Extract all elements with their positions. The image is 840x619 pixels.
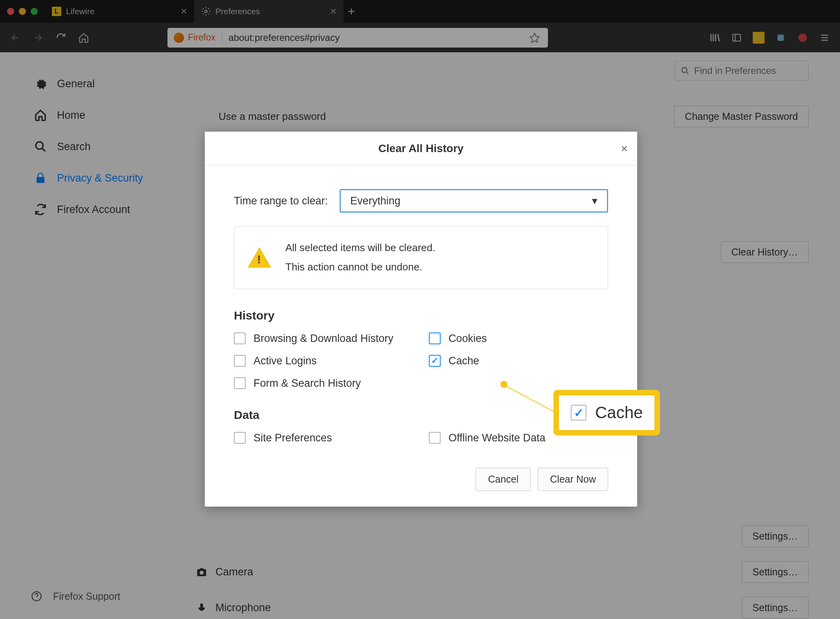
svg-point-0 <box>205 10 207 13</box>
sidebar-item-account[interactable]: Firefox Account <box>29 194 189 225</box>
checkbox[interactable] <box>234 377 246 389</box>
microphone-icon <box>195 601 208 615</box>
search-icon <box>33 140 48 154</box>
check-cookies[interactable]: Cookies <box>429 332 608 345</box>
checkbox[interactable] <box>234 355 246 367</box>
tab-title: Lifewire <box>66 7 94 16</box>
find-in-preferences[interactable]: Find in Preferences <box>675 61 809 81</box>
time-range-label: Time range to clear: <box>234 195 328 207</box>
checkbox-label: Site Preferences <box>254 432 332 444</box>
master-password-label: Use a master password <box>219 110 326 123</box>
lock-icon <box>33 171 48 185</box>
checkbox-label: Offline Website Data <box>448 432 546 444</box>
dialog-title: Clear All History <box>379 142 464 155</box>
sidebar-item-home[interactable]: Home <box>29 99 189 131</box>
firefox-logo-icon <box>174 33 184 43</box>
sidebar-item-privacy[interactable]: Privacy & Security <box>29 162 189 194</box>
sidebar-item-label: Search <box>57 141 91 153</box>
bookmark-star-icon[interactable] <box>521 32 548 43</box>
change-master-password-button[interactable]: Change Master Password <box>674 106 809 127</box>
svg-rect-2 <box>778 35 784 41</box>
forward-button[interactable] <box>28 28 48 48</box>
camera-icon <box>195 566 208 579</box>
firefox-support-link[interactable]: Firefox Support <box>29 589 120 603</box>
check-active-logins[interactable]: Active Logins <box>234 355 413 367</box>
checkbox-icon <box>571 405 586 421</box>
preferences-sidebar: General Home Search Privacy & Security F… <box>0 52 189 619</box>
settings-button[interactable]: Settings… <box>742 525 809 547</box>
reload-button[interactable] <box>51 28 71 48</box>
warning-box: All selected items will be cleared. This… <box>234 226 608 289</box>
support-label: Firefox Support <box>53 591 120 602</box>
window-minimize-button[interactable] <box>19 8 26 15</box>
camera-label: Camera <box>215 566 253 578</box>
checkbox-label: Browsing & Download History <box>254 332 393 345</box>
svg-point-4 <box>36 142 43 149</box>
lifewire-favicon-icon: L <box>52 7 61 16</box>
gear-icon <box>201 7 211 16</box>
sidebar-item-general[interactable]: General <box>29 68 189 99</box>
search-icon <box>681 66 689 75</box>
checkbox[interactable] <box>234 332 246 344</box>
checkbox[interactable] <box>429 332 441 344</box>
microphone-label: Microphone <box>215 602 271 614</box>
check-form-search[interactable]: Form & Search History <box>234 377 413 389</box>
sidebar-item-label: Privacy & Security <box>57 172 143 184</box>
account-button[interactable] <box>771 28 790 48</box>
svg-rect-1 <box>733 34 741 41</box>
camera-settings-button[interactable]: Settings… <box>742 561 809 583</box>
extension-icon: ••• <box>753 32 765 44</box>
sidebar-item-label: Home <box>57 109 85 121</box>
tab-close-icon[interactable]: × <box>181 5 187 18</box>
tab-preferences[interactable]: Preferences × <box>194 0 344 23</box>
titlebar: L Lifewire × Preferences × + <box>0 0 840 23</box>
checkbox-label: Form & Search History <box>254 377 361 389</box>
window-controls <box>0 8 45 15</box>
chevron-down-icon: ▾ <box>592 195 597 207</box>
back-button[interactable] <box>6 28 25 48</box>
window-maximize-button[interactable] <box>31 8 38 15</box>
library-button[interactable] <box>705 28 724 48</box>
clear-history-dialog: Clear All History × Time range to clear:… <box>205 132 637 507</box>
window-close-button[interactable] <box>7 8 14 15</box>
sidebar-toggle-button[interactable] <box>727 28 746 48</box>
select-value: Everything <box>350 195 401 207</box>
checkbox[interactable] <box>429 355 441 367</box>
check-site-preferences[interactable]: Site Preferences <box>234 432 413 444</box>
callout-cache: Cache <box>553 390 660 435</box>
tab-lifewire[interactable]: L Lifewire × <box>45 0 194 23</box>
new-tab-button[interactable]: + <box>344 0 359 23</box>
check-browsing-history[interactable]: Browsing & Download History <box>234 332 413 345</box>
svg-point-6 <box>682 68 687 73</box>
extension-button[interactable]: ••• <box>749 28 768 48</box>
sidebar-item-search[interactable]: Search <box>29 131 189 162</box>
microphone-settings-button[interactable]: Settings… <box>742 597 809 619</box>
tab-strip: L Lifewire × Preferences × + <box>45 0 359 23</box>
checkbox[interactable] <box>429 432 441 444</box>
identity-label: Firefox <box>188 32 215 43</box>
sync-icon <box>33 202 48 217</box>
tab-close-icon[interactable]: × <box>330 5 336 18</box>
clear-history-button[interactable]: Clear History… <box>721 241 809 263</box>
site-identity[interactable]: Firefox <box>167 32 222 43</box>
warning-text: All selected items will be cleared. This… <box>285 238 436 277</box>
cancel-button[interactable]: Cancel <box>476 468 531 491</box>
dialog-footer: Cancel Clear Now <box>205 468 637 507</box>
extension-button-2[interactable] <box>793 28 812 48</box>
toolbar: Firefox about:preferences#privacy ••• <box>0 23 840 52</box>
dialog-header: Clear All History × <box>205 132 637 165</box>
check-cache[interactable]: Cache <box>429 355 608 367</box>
time-range-select[interactable]: Everything ▾ <box>340 189 608 213</box>
sidebar-item-label: General <box>57 78 95 90</box>
clear-now-button[interactable]: Clear Now <box>538 468 608 491</box>
app-menu-button[interactable] <box>815 28 834 48</box>
history-heading: History <box>234 309 608 322</box>
checkbox[interactable] <box>234 432 246 444</box>
home-button[interactable] <box>74 28 94 48</box>
checkbox-label: Cookies <box>448 332 487 345</box>
url-text: about:preferences#privacy <box>222 32 521 43</box>
checkbox-label: Cache <box>448 355 479 367</box>
dialog-close-button[interactable]: × <box>621 142 628 155</box>
url-bar[interactable]: Firefox about:preferences#privacy <box>167 28 548 48</box>
callout-label: Cache <box>595 403 643 422</box>
